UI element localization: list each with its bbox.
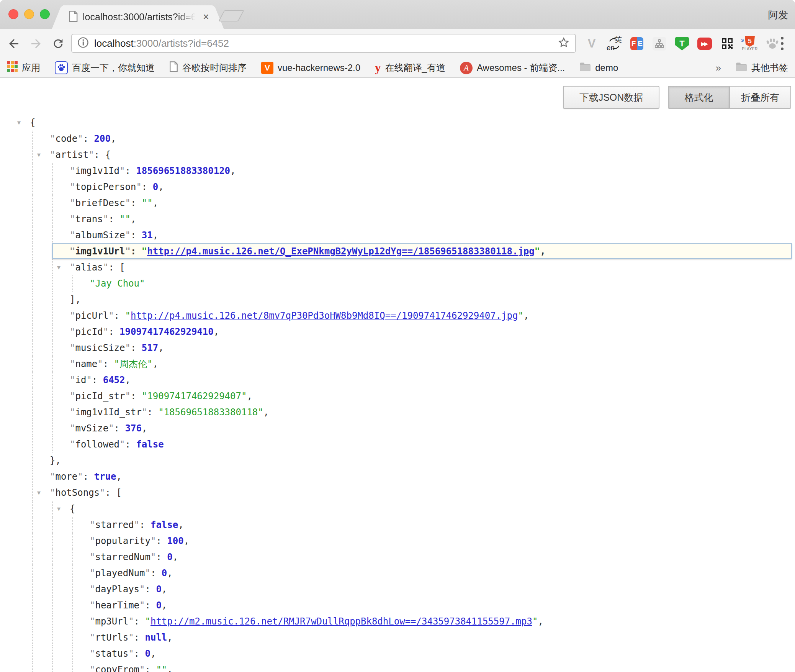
collapse-triangle-icon[interactable]: ▼ (57, 501, 61, 517)
indent-guide (32, 469, 33, 485)
json-token: " (125, 246, 131, 257)
json-key: artist (55, 149, 88, 160)
json-punctuation: : (108, 326, 119, 337)
indent-guide (52, 211, 53, 227)
fast-forward-icon[interactable]: ▶▶ (697, 34, 713, 53)
bookmark-item[interactable]: Vvue-hackernews-2.0 (261, 62, 360, 74)
collapse-all-button[interactable]: 折叠所有 (729, 87, 790, 108)
json-line: "Jay Chou" (0, 275, 795, 292)
json-token: " (108, 310, 114, 321)
json-punctuation: : (103, 359, 114, 369)
json-token: " (128, 632, 134, 643)
json-token: " (139, 584, 145, 595)
json-punctuation: , (167, 632, 172, 643)
tab-close-icon[interactable]: × (203, 12, 209, 22)
reload-button[interactable] (47, 29, 69, 58)
indent-guide (52, 565, 53, 581)
json-punctuation: , (162, 584, 167, 595)
minimize-window-button[interactable] (24, 9, 34, 19)
back-button[interactable] (3, 29, 25, 58)
json-number-value: 0 (162, 568, 167, 579)
indent-guide (32, 629, 33, 646)
tampermonkey-icon[interactable]: T (674, 34, 690, 53)
json-punctuation: , (158, 343, 164, 353)
new-tab-button[interactable] (218, 10, 244, 21)
browser-menu-button[interactable] (774, 29, 790, 58)
json-punctuation: : (131, 391, 142, 402)
indent-guide (32, 436, 33, 452)
collapse-triangle-icon[interactable]: ▼ (17, 115, 21, 131)
json-punctuation: , (214, 326, 219, 337)
indent-guide (72, 646, 73, 662)
indent-guide (52, 533, 53, 549)
json-line: ▼{ (0, 501, 795, 517)
json-token: " (103, 262, 108, 273)
bookmark-item[interactable]: y在线翻译_有道 (375, 61, 445, 75)
bookmark-label: demo (595, 62, 618, 73)
sitemap-icon[interactable] (651, 34, 667, 53)
indent-guide (32, 340, 33, 356)
qr-code-icon[interactable] (719, 34, 735, 53)
json-token: " (139, 664, 145, 672)
json-url-link[interactable]: http://m2.music.126.net/RMJR7wDullRqppBk… (150, 616, 532, 627)
forward-button[interactable] (25, 29, 47, 58)
fullscreen-window-button[interactable] (40, 9, 50, 19)
site-info-icon[interactable] (77, 37, 89, 50)
json-punctuation: , (538, 616, 543, 627)
json-line: ▼"artist": { (0, 147, 795, 163)
json-key: picId (75, 326, 103, 337)
tab-active[interactable]: localhost:3000/artists?id=645 × (63, 5, 213, 29)
json-punctuation: , (167, 664, 172, 672)
indent-guide (32, 243, 33, 259)
address-bar[interactable]: localhost:3000/artists?id=6452 (71, 34, 576, 53)
json-string-value: "" (119, 214, 131, 225)
json-token: " (142, 407, 147, 418)
vue-devtools-icon[interactable]: V (584, 34, 600, 53)
json-token: " (119, 439, 125, 450)
bookmark-item[interactable]: AAwesomes - 前端资... (460, 62, 565, 74)
indent-guide (32, 324, 33, 340)
json-literal-value: false (150, 520, 178, 530)
fe-icon[interactable]: FE (629, 34, 645, 53)
json-url-link[interactable]: http://p4.music.126.net/Q_ExePNkmgB2yWyL… (147, 246, 534, 257)
json-line: "rtUrls": null, (0, 629, 795, 646)
indent-guide (32, 292, 33, 308)
bookmark-item[interactable]: 谷歌按时间排序 (169, 61, 247, 74)
json-token: " (90, 648, 95, 659)
json-url-link[interactable]: http://p4.music.126.net/8mv7qP30Pd3oHW8b… (131, 310, 518, 321)
json-key: code (55, 133, 77, 144)
json-token: " (535, 246, 540, 257)
json-token: " (145, 568, 150, 579)
bookmarks-overflow-chevron[interactable]: » (716, 62, 721, 74)
download-json-button[interactable]: 下载JSON数据 (563, 86, 659, 109)
indent-guide (52, 292, 53, 308)
bookmark-item[interactable]: demo (579, 62, 618, 74)
format-button[interactable]: 格式化 (669, 87, 729, 108)
indent-guide (32, 259, 33, 275)
json-token: " (88, 149, 94, 160)
json-token: " (77, 471, 83, 482)
translate-icon[interactable]: 英 en (606, 34, 622, 53)
json-token: " (136, 182, 141, 192)
json-line: "img1v1Id_str": "18569651883380118", (0, 404, 795, 420)
html5-player-icon[interactable]: s 5 PLAYER (742, 34, 758, 53)
indent-guide (52, 388, 53, 404)
json-key: topicPerson (75, 182, 136, 192)
bookmark-star-icon[interactable] (558, 36, 570, 50)
json-token: " (70, 246, 75, 257)
collapse-triangle-icon[interactable]: ▼ (37, 147, 41, 163)
indent-guide (52, 356, 53, 372)
bookmark-item[interactable]: 百度一下，你就知道 (55, 61, 155, 75)
collapse-triangle-icon[interactable]: ▼ (57, 259, 61, 275)
json-punctuation: , (153, 198, 158, 208)
url-text[interactable]: localhost:3000/artists?id=6452 (94, 38, 558, 49)
collapse-triangle-icon[interactable]: ▼ (37, 485, 41, 501)
profile-name[interactable]: 阿发 (768, 8, 788, 22)
close-window-button[interactable] (8, 9, 18, 19)
json-line: "albumSize": 31, (0, 227, 795, 243)
other-bookmarks-folder[interactable]: 其他书签 (736, 62, 788, 74)
json-token: " (125, 343, 131, 353)
json-punctuation: : (145, 664, 156, 672)
json-line: }, (0, 452, 795, 469)
bookmark-item[interactable]: 应用 (7, 61, 40, 74)
